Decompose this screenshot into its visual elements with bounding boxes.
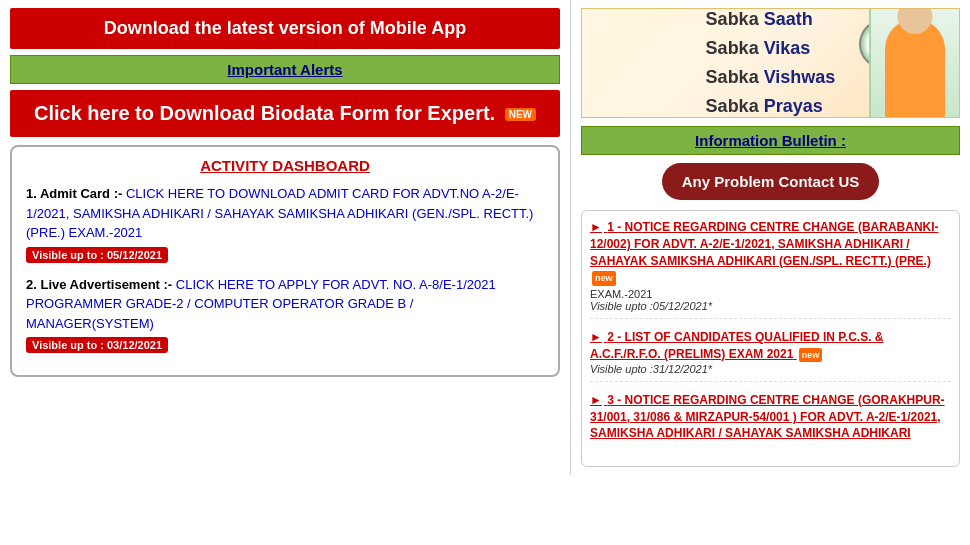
contact-us-button[interactable]: Any Problem Contact US: [662, 163, 880, 200]
notice-text-1: 1 - NOTICE REGARDING CENTRE CHANGE (BARA…: [590, 220, 939, 268]
person-head: [898, 9, 933, 34]
dashboard-item-1: 1. Admit Card :- CLICK HERE TO DOWNLOAD …: [26, 184, 544, 263]
notice-visible-2: Visible upto :31/12/2021*: [590, 363, 951, 375]
bold-vishwas: Vishwas: [764, 67, 836, 87]
notice-text-3: 3 - NOTICE REGARDING CENTRE CHANGE (GORA…: [590, 393, 945, 441]
dashboard-item-2-number: 2.: [26, 277, 40, 292]
important-alerts-bar[interactable]: Important Alerts: [10, 55, 560, 84]
info-bulletin-bar: Information Bulletin :: [581, 126, 960, 155]
notice-link-2[interactable]: ► 2 - LIST OF CANDIDATES QUALIFIED IN P.…: [590, 329, 951, 363]
notice-new-badge-2: new: [799, 348, 823, 363]
notices-box[interactable]: ► 1 - NOTICE REGARDING CENTRE CHANGE (BA…: [581, 210, 960, 467]
govt-banner: Sabka Saath Sabka Vikas Sabka Vishwas Sa…: [581, 8, 960, 118]
notice-link-1[interactable]: ► 1 - NOTICE REGARDING CENTRE CHANGE (BA…: [590, 219, 951, 286]
right-column: Sabka Saath Sabka Vikas Sabka Vishwas Sa…: [570, 0, 970, 475]
biodata-banner-text: Click here to Download Biodata Form for …: [34, 102, 495, 124]
dashboard-item-1-label: Admit Card :-: [40, 186, 122, 201]
sabka-line-1: Sabka Saath: [706, 8, 836, 34]
person-body: [885, 19, 945, 118]
notice-item-2: ► 2 - LIST OF CANDIDATES QUALIFIED IN P.…: [590, 329, 951, 382]
dashboard-item-2-visible: Visible up to : 03/12/2021: [26, 337, 168, 353]
bold-vikas: Vikas: [764, 38, 811, 58]
notice-link-3[interactable]: ► 3 - NOTICE REGARDING CENTRE CHANGE (GO…: [590, 392, 951, 442]
sabka-line-3: Sabka Vishwas: [706, 63, 836, 92]
new-badge: NEW: [505, 108, 536, 121]
dashboard-title: ACTIVITY DASHBOARD: [26, 157, 544, 174]
bold-prayas: Prayas: [764, 96, 823, 116]
dashboard-item-1-number: 1.: [26, 186, 40, 201]
dashboard-item-2-text: 2. Live Advertisement :- CLICK HERE TO A…: [26, 275, 544, 334]
sabka-line-4: Sabka Prayas: [706, 92, 836, 118]
dashboard-item-2: 2. Live Advertisement :- CLICK HERE TO A…: [26, 275, 544, 354]
notice-arrow-3: ►: [590, 393, 602, 407]
activity-dashboard-box: ACTIVITY DASHBOARD 1. Admit Card :- CLIC…: [10, 145, 560, 377]
notice-arrow-2: ►: [590, 330, 602, 344]
dashboard-item-1-visible: Visible up to : 05/12/2021: [26, 247, 168, 263]
notice-item-1: ► 1 - NOTICE REGARDING CENTRE CHANGE (BA…: [590, 219, 951, 319]
left-column: Download the latest version of Mobile Ap…: [0, 0, 570, 475]
dashboard-item-1-text: 1. Admit Card :- CLICK HERE TO DOWNLOAD …: [26, 184, 544, 243]
main-layout: Download the latest version of Mobile Ap…: [0, 0, 970, 475]
dashboard-item-2-label: Live Advertisement :-: [40, 277, 172, 292]
notice-text-2: 2 - LIST OF CANDIDATES QUALIFIED IN P.C.…: [590, 330, 883, 361]
important-alerts-link[interactable]: Important Alerts: [227, 61, 342, 78]
notice-new-badge-1: new: [592, 271, 616, 286]
sabka-text: Sabka Saath Sabka Vikas Sabka Vishwas Sa…: [706, 8, 836, 118]
sabka-line-2: Sabka Vikas: [706, 34, 836, 63]
info-bulletin-label: Information Bulletin :: [695, 132, 846, 149]
notice-item-3: ► 3 - NOTICE REGARDING CENTRE CHANGE (GO…: [590, 392, 951, 448]
pm-silhouette: [869, 9, 959, 118]
download-banner[interactable]: Download the latest version of Mobile Ap…: [10, 8, 560, 49]
notice-meta-1: EXAM.-2021: [590, 288, 951, 300]
biodata-banner[interactable]: Click here to Download Biodata Form for …: [10, 90, 560, 137]
bold-saath: Saath: [764, 9, 813, 29]
notice-visible-1: Visible upto :05/12/2021*: [590, 300, 951, 312]
notice-arrow-1: ►: [590, 220, 602, 234]
